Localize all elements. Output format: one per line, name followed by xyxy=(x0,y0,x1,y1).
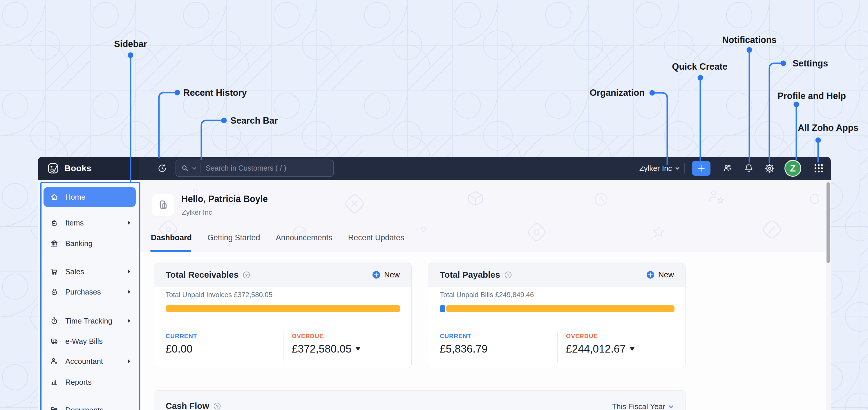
tab-getting-started[interactable]: Getting Started xyxy=(207,233,261,242)
footer-divider xyxy=(283,332,283,363)
recent-history-button[interactable] xyxy=(153,157,171,180)
top-navigation-bar: Books Zyl xyxy=(38,157,831,180)
zoho-books-logo-icon xyxy=(47,162,59,175)
apps-grid-icon xyxy=(813,163,824,174)
sidebar-item-items[interactable]: Items xyxy=(38,216,139,230)
payables-new-button[interactable]: New xyxy=(646,271,674,279)
avatar-letter: Z xyxy=(790,163,796,174)
settings-button[interactable] xyxy=(761,157,778,180)
app-name: Books xyxy=(64,163,91,173)
bank-icon xyxy=(50,239,59,248)
search-input[interactable] xyxy=(205,164,315,172)
caret-down-icon xyxy=(356,347,360,351)
sidebar-item-banking[interactable]: Banking xyxy=(38,236,139,250)
help-icon[interactable]: ? xyxy=(504,271,512,279)
total-receivables-card: Total Receivables ? New Total Unpaid Inv… xyxy=(154,262,412,368)
gear-icon xyxy=(764,163,775,174)
bell-icon xyxy=(744,163,754,174)
sidebar-item-eway-bills[interactable]: e e-Way Bills xyxy=(38,334,139,348)
total-payables-card: Total Payables ? New Total Unpaid Bills … xyxy=(428,262,686,368)
sidebar-item-time-tracking[interactable]: Time Tracking xyxy=(38,314,139,328)
folder-icon xyxy=(50,406,59,410)
app-window: Books Zyl xyxy=(38,157,831,410)
chevron-down-icon xyxy=(668,404,674,410)
profile-avatar[interactable]: Z xyxy=(784,160,801,177)
organization-selector[interactable]: Zylker Inc xyxy=(636,157,684,180)
buildings-icon xyxy=(156,198,170,212)
sidebar-item-documents[interactable]: Documents xyxy=(38,403,139,410)
sidebar-item-sales[interactable]: Sales xyxy=(38,264,139,279)
cash-flow-card: Cash Flow ? This Fiscal Year xyxy=(154,390,686,410)
history-clock-icon xyxy=(157,163,167,173)
pouch-icon xyxy=(50,288,59,296)
plus-icon xyxy=(696,164,706,173)
tab-recent-updates[interactable]: Recent Updates xyxy=(347,233,405,242)
chevron-right-icon xyxy=(127,290,131,294)
receivables-overdue-amount[interactable]: £372,580.05 xyxy=(292,343,360,355)
users-button[interactable] xyxy=(719,157,736,180)
receivables-card-header: Total Receivables ? New xyxy=(154,263,411,287)
receivables-current-label: CURRENT xyxy=(166,333,197,340)
receivables-unpaid-summary: Total Unpaid Invoices £372,580.05 xyxy=(166,291,272,299)
svg-text:?: ? xyxy=(507,273,509,277)
eway-truck-icon: e xyxy=(50,337,59,346)
payables-card-header: Total Payables ? New xyxy=(428,263,685,287)
scrollbar-thumb[interactable] xyxy=(827,182,830,263)
users-icon xyxy=(722,163,733,174)
svg-text:?: ? xyxy=(216,404,218,408)
chevron-right-icon xyxy=(127,269,131,274)
receivables-progress-bar xyxy=(166,305,400,312)
fiscal-year-dropdown[interactable]: This Fiscal Year xyxy=(612,402,674,410)
organization-avatar-card xyxy=(152,194,174,217)
search-scope-chevron-icon[interactable] xyxy=(192,166,197,171)
active-tab-underline xyxy=(150,250,191,252)
receivables-overdue-segment xyxy=(166,305,400,312)
sidebar-item-reports[interactable]: Reports xyxy=(38,375,139,389)
organization-name: Zylker Inc xyxy=(640,164,672,173)
topbar-divider xyxy=(684,163,685,174)
tab-dashboard[interactable]: Dashboard xyxy=(150,233,192,242)
payables-unpaid-summary: Total Unpaid Bills £249,849.46 xyxy=(440,291,534,299)
receivables-overdue-label: OVERDUE xyxy=(292,333,360,340)
sidebar-item-accountant[interactable]: Accountant xyxy=(38,354,139,368)
help-icon[interactable]: ? xyxy=(243,271,250,279)
caret-down-icon xyxy=(630,347,634,351)
screenshot-root: Books Zyl xyxy=(0,0,868,410)
greeting-org-name: Zylker Inc xyxy=(182,208,212,217)
sidebar-item-purchases[interactable]: Purchases xyxy=(38,285,139,299)
payables-overdue-segment xyxy=(446,305,675,312)
receivables-new-button[interactable]: New xyxy=(372,271,400,279)
chevron-right-icon xyxy=(127,221,131,225)
search-divider xyxy=(200,163,200,174)
all-apps-button[interactable] xyxy=(809,157,828,180)
search-icon xyxy=(181,164,189,172)
payables-current-amount: £5,836.79 xyxy=(440,343,488,355)
receivables-title: Total Receivables xyxy=(166,270,239,280)
help-icon[interactable]: ? xyxy=(213,402,221,410)
chevron-down-icon xyxy=(675,166,680,171)
chevron-right-icon xyxy=(127,359,131,364)
footer-divider xyxy=(557,332,558,363)
payables-overdue-label: OVERDUE xyxy=(566,333,634,340)
cart-icon xyxy=(50,267,59,276)
payables-title: Total Payables xyxy=(440,270,500,280)
chevron-right-icon xyxy=(127,319,131,323)
tab-announcements[interactable]: Announcements xyxy=(275,233,333,242)
quick-create-button[interactable] xyxy=(692,161,710,176)
payables-card-footer: CURRENT £5,836.79 OVERDUE £244,012.67 xyxy=(428,326,685,369)
cash-flow-title: Cash Flow xyxy=(166,401,209,410)
search-bar[interactable] xyxy=(176,160,334,177)
sidebar: Home Items Banking Sales xyxy=(38,180,139,410)
receivables-current-amount: £0.00 xyxy=(166,343,197,355)
main-content: Hello, Patricia Boyle Zylker Inc Dashboa… xyxy=(139,180,831,410)
payables-current-segment xyxy=(440,305,445,312)
plus-circle-icon xyxy=(646,271,655,279)
app-logo-block: Books xyxy=(38,157,139,180)
receivables-card-footer: CURRENT £0.00 OVERDUE £372,580.05 xyxy=(154,326,411,369)
svg-text:?: ? xyxy=(245,273,248,277)
payables-overdue-amount[interactable]: £244,012.67 xyxy=(566,343,634,355)
sidebar-item-home[interactable]: Home xyxy=(43,187,136,207)
payables-current-label: CURRENT xyxy=(440,333,488,340)
payables-progress-bar xyxy=(440,305,675,312)
notifications-button[interactable] xyxy=(740,157,757,180)
